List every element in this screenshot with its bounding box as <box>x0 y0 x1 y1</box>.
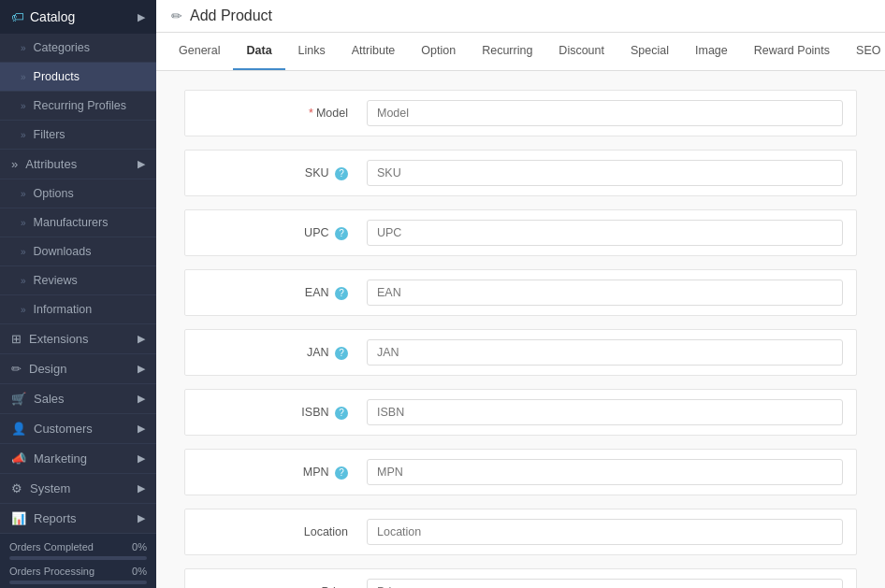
sidebar-section-sales[interactable]: 🛒 Sales ▶ <box>0 384 156 414</box>
marketing-icon: 📣 <box>11 452 26 466</box>
jan-label: JAN ? <box>198 346 367 360</box>
sidebar-item-filters[interactable]: » Filters <box>0 121 156 150</box>
jan-input[interactable] <box>367 339 843 366</box>
upc-help-icon[interactable]: ? <box>335 227 348 240</box>
orders-completed-label: Orders Completed <box>9 541 94 552</box>
ean-input[interactable] <box>367 280 843 306</box>
tab-attribute[interactable]: Attribute <box>339 33 409 70</box>
mpn-label: MPN ? <box>198 466 367 480</box>
tag-icon: 🏷 <box>11 9 24 24</box>
design-arrow-icon: ▶ <box>138 363 145 375</box>
tab-bar: General Data Links Attribute Option Recu… <box>156 33 885 71</box>
price-input[interactable] <box>367 579 843 588</box>
sidebar-item-label: Attributes <box>25 157 77 171</box>
catalog-arrow-icon: ▶ <box>138 11 145 23</box>
sidebar-section-label: System <box>30 481 70 495</box>
isbn-field-group: ISBN ? <box>184 389 857 436</box>
sidebar-section-label: Sales <box>34 392 65 406</box>
sidebar-item-label: Information <box>34 303 93 316</box>
model-field-group: *Model <box>184 90 857 136</box>
design-icon: ✏ <box>11 362 22 376</box>
sidebar-item-options[interactable]: » Options <box>0 179 156 208</box>
sidebar-section-attributes[interactable]: » Attributes ▶ <box>0 150 156 179</box>
mpn-input[interactable] <box>367 459 843 485</box>
main-content: ✏ Add Product General Data Links Attribu… <box>156 0 885 588</box>
ean-label: EAN ? <box>198 286 367 300</box>
sidebar-item-label: Options <box>34 187 74 200</box>
tab-special[interactable]: Special <box>617 33 682 70</box>
ean-help-icon[interactable]: ? <box>335 287 348 300</box>
model-input[interactable] <box>367 100 843 126</box>
sidebar-item-label: Recurring Profiles <box>34 99 126 112</box>
upc-input[interactable] <box>367 220 843 246</box>
bullet-icon: » <box>21 276 26 286</box>
sidebar-item-information[interactable]: » Information <box>0 295 156 324</box>
tab-data[interactable]: Data <box>233 33 284 70</box>
sku-field-group: SKU ? <box>184 150 857 196</box>
model-label: *Model <box>198 107 367 120</box>
sidebar-section-marketing[interactable]: 📣 Marketing ▶ <box>0 444 156 474</box>
tab-links[interactable]: Links <box>285 33 339 70</box>
jan-field-group: JAN ? <box>184 329 857 376</box>
bullet-icon: » <box>21 101 26 111</box>
isbn-help-icon[interactable]: ? <box>335 407 348 420</box>
location-input[interactable] <box>367 519 843 545</box>
tab-option[interactable]: Option <box>408 33 469 70</box>
sku-help-icon[interactable]: ? <box>335 167 348 180</box>
extensions-icon: ⊞ <box>11 332 22 346</box>
sidebar-item-categories[interactable]: » Categories <box>0 34 156 63</box>
customers-arrow-icon: ▶ <box>138 423 145 435</box>
orders-processing-label: Orders Processing <box>9 566 94 577</box>
bullet-icon: » <box>21 130 26 140</box>
sidebar-section-reports[interactable]: 📊 Reports ▶ <box>0 504 156 534</box>
bullet-icon: » <box>21 72 26 82</box>
bullet-icon: » <box>21 43 26 53</box>
tab-recurring[interactable]: Recurring <box>469 33 545 70</box>
sidebar-item-reviews[interactable]: » Reviews <box>0 266 156 295</box>
sidebar-section-label: Marketing <box>34 452 87 466</box>
tab-discount[interactable]: Discount <box>545 33 617 70</box>
sidebar-section-extensions[interactable]: ⊞ Extensions ▶ <box>0 324 156 354</box>
sidebar-catalog-header[interactable]: 🏷 Catalog ▶ <box>0 0 156 34</box>
mpn-help-icon[interactable]: ? <box>335 466 348 480</box>
sidebar-section-design[interactable]: ✏ Design ▶ <box>0 354 156 384</box>
orders-completed-value: 0% <box>132 541 147 552</box>
sidebar-section-customers[interactable]: 👤 Customers ▶ <box>0 414 156 444</box>
bullet-icon: » <box>21 218 26 228</box>
price-field-group: Price <box>184 568 857 588</box>
sidebar-section-label: Reports <box>34 511 77 525</box>
isbn-label: ISBN ? <box>198 406 367 420</box>
attributes-arrow-icon: ▶ <box>138 158 145 170</box>
sidebar-section-system[interactable]: ⚙ System ▶ <box>0 474 156 504</box>
sidebar-item-label: Manufacturers <box>34 216 109 229</box>
required-marker: * <box>309 107 313 120</box>
tab-image[interactable]: Image <box>682 33 741 70</box>
upc-field-group: UPC ? <box>184 209 857 256</box>
sidebar-item-label: Reviews <box>34 274 78 287</box>
sku-label: SKU ? <box>198 166 367 180</box>
sidebar-section-label: Customers <box>34 422 93 436</box>
sidebar-item-label: Filters <box>34 128 65 141</box>
sidebar-item-downloads[interactable]: » Downloads <box>0 237 156 266</box>
tab-seo[interactable]: SEO <box>843 33 885 70</box>
form-content: *Model SKU ? UPC ? EAN ? <box>156 71 885 588</box>
tab-general[interactable]: General <box>166 33 233 70</box>
sidebar-item-manufacturers[interactable]: » Manufacturers <box>0 208 156 237</box>
sidebar-section-label: Extensions <box>29 332 89 346</box>
mpn-field-group: MPN ? <box>184 449 857 495</box>
upc-label: UPC ? <box>198 226 367 240</box>
reports-icon: 📊 <box>11 511 26 525</box>
sku-input[interactable] <box>367 160 843 186</box>
system-icon: ⚙ <box>11 481 22 495</box>
orders-completed-bar-bg <box>9 556 147 560</box>
sidebar-item-recurring-profiles[interactable]: » Recurring Profiles <box>0 92 156 121</box>
jan-help-icon[interactable]: ? <box>335 347 348 360</box>
isbn-input[interactable] <box>367 399 843 425</box>
sales-arrow-icon: ▶ <box>138 393 145 405</box>
sidebar-item-label: Products <box>34 70 80 83</box>
sidebar-item-products[interactable]: » Products <box>0 63 156 92</box>
orders-processing-value: 0% <box>132 566 147 577</box>
tab-reward-points[interactable]: Reward Points <box>741 33 843 70</box>
system-arrow-icon: ▶ <box>138 482 145 495</box>
bullet-icon: » <box>21 189 26 199</box>
